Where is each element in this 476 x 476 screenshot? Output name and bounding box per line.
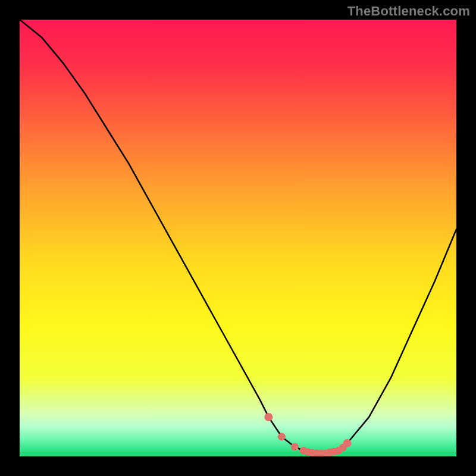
plot-area: [20, 20, 456, 456]
marker-dot: [291, 443, 299, 450]
marker-dot: [278, 433, 286, 441]
chart-frame: TheBottleneck.com: [0, 0, 476, 476]
curve-overlay: [20, 20, 456, 456]
watermark-text: TheBottleneck.com: [347, 4, 470, 19]
bottleneck-curve: [20, 20, 456, 453]
marker-dot: [264, 413, 273, 421]
marker-dot: [343, 439, 352, 447]
optimal-zone-markers: [264, 413, 351, 456]
